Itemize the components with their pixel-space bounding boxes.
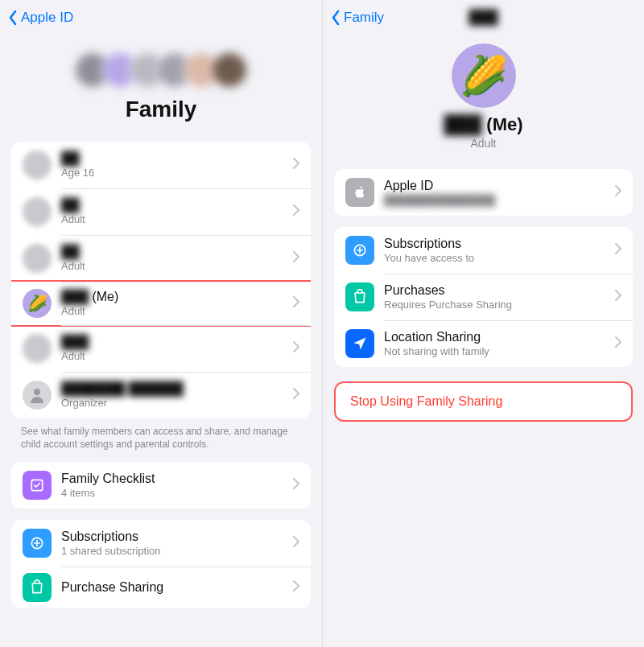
subscriptions-row[interactable]: Subscriptions 1 shared subscription bbox=[11, 520, 311, 567]
family-checklist-section: Family Checklist 4 items bbox=[11, 462, 311, 509]
subscriptions-icon bbox=[345, 236, 374, 265]
corn-icon: 🌽 bbox=[460, 53, 508, 99]
row-subtitle: 1 shared subscription bbox=[61, 545, 293, 557]
chevron-right-icon bbox=[293, 204, 299, 219]
member-name: ███ bbox=[444, 114, 481, 134]
chevron-right-icon bbox=[293, 388, 299, 402]
svg-point-0 bbox=[34, 389, 40, 395]
chevron-right-icon bbox=[293, 536, 299, 550]
row-subtitle: You have access to bbox=[384, 252, 615, 264]
apple-id-row[interactable]: Apple ID ███████████████ bbox=[334, 169, 633, 216]
member-detail-panel: Family ███ 🌽 ███ (Me) Adult Apple ID ███… bbox=[322, 0, 644, 647]
avatar: 🌽 bbox=[23, 289, 52, 318]
family-checklist-row[interactable]: Family Checklist 4 items bbox=[11, 462, 311, 509]
member-avatar: 🌽 bbox=[452, 43, 516, 108]
member-name: ██ bbox=[61, 245, 80, 258]
member-hero: 🌽 ███ (Me) Adult bbox=[323, 35, 644, 158]
member-role: Adult bbox=[61, 305, 293, 317]
page-title: Family bbox=[0, 97, 322, 122]
family-hero: Family bbox=[0, 35, 322, 130]
chevron-right-icon bbox=[293, 478, 299, 492]
chevron-right-icon bbox=[293, 296, 299, 311]
row-subtitle: 4 items bbox=[61, 487, 293, 499]
avatar bbox=[23, 334, 52, 363]
subscriptions-row[interactable]: Subscriptions You have access to bbox=[334, 227, 633, 274]
member-role: Adult bbox=[61, 213, 293, 225]
chevron-right-icon bbox=[615, 290, 621, 304]
nav-bar: Apple ID bbox=[0, 0, 322, 35]
chevron-right-icon bbox=[615, 243, 621, 258]
avatar bbox=[23, 197, 52, 226]
member-role: Adult bbox=[323, 137, 644, 150]
row-subtitle: Requires Purchase Sharing bbox=[384, 299, 615, 311]
row-title: Apple ID bbox=[384, 179, 615, 193]
family-list-panel: Apple ID Family ██ Age 16 ██ Adult bbox=[0, 0, 322, 647]
me-suffix: (Me) bbox=[481, 114, 522, 134]
member-role: Adult bbox=[61, 260, 293, 272]
subscriptions-icon bbox=[23, 529, 52, 558]
checklist-icon bbox=[23, 471, 52, 500]
member-name: ███████ ██████ bbox=[61, 381, 184, 395]
shared-services-section: Subscriptions 1 shared subscription Purc… bbox=[11, 520, 311, 608]
location-sharing-row[interactable]: Location Sharing Not sharing with family bbox=[334, 320, 633, 367]
chevron-right-icon bbox=[293, 580, 299, 595]
row-title: Subscriptions bbox=[384, 237, 615, 251]
family-avatar-row bbox=[0, 52, 322, 89]
section-footer-note: See what family members can access and s… bbox=[0, 418, 322, 451]
chevron-right-icon bbox=[293, 158, 299, 172]
me-suffix: (Me) bbox=[89, 290, 118, 303]
back-button[interactable]: Family bbox=[331, 10, 384, 26]
apple-logo-icon bbox=[345, 178, 374, 207]
back-label: Family bbox=[344, 10, 384, 26]
avatar bbox=[23, 244, 52, 273]
chevron-right-icon bbox=[293, 251, 299, 266]
stop-action-label: Stop Using Family Sharing bbox=[350, 394, 502, 408]
chevron-right-icon bbox=[615, 336, 621, 351]
family-member-row[interactable]: ███████ ██████ Organizer bbox=[11, 372, 311, 418]
row-title: Purchase Sharing bbox=[61, 580, 293, 595]
row-subtitle: Not sharing with family bbox=[384, 345, 615, 357]
family-member-row-me[interactable]: 🌽 ███ (Me) Adult bbox=[11, 280, 311, 327]
family-member-row[interactable]: ███ Adult bbox=[11, 325, 311, 372]
location-icon bbox=[345, 329, 374, 358]
purchases-row[interactable]: Purchases Requires Purchase Sharing bbox=[334, 274, 633, 320]
chevron-left-icon bbox=[331, 10, 341, 26]
back-button[interactable]: Apple ID bbox=[8, 10, 73, 26]
avatar bbox=[23, 150, 52, 179]
member-name: ███ bbox=[61, 290, 89, 303]
member-role: Age 16 bbox=[61, 167, 293, 179]
chevron-left-icon bbox=[8, 10, 18, 26]
member-name: ██ bbox=[61, 198, 80, 212]
stop-family-sharing-button[interactable]: Stop Using Family Sharing bbox=[334, 381, 633, 422]
apple-id-section: Apple ID ███████████████ bbox=[334, 169, 633, 216]
avatar-placeholder-icon bbox=[23, 381, 52, 410]
family-members-section: ██ Age 16 ██ Adult ██ Adult 🌽 ███ ( bbox=[11, 142, 311, 418]
purchase-sharing-icon bbox=[23, 573, 52, 602]
member-role: Organizer bbox=[61, 397, 293, 409]
nav-title: ███ bbox=[469, 10, 497, 26]
member-role: Adult bbox=[61, 350, 293, 362]
back-label: Apple ID bbox=[21, 10, 73, 26]
row-title: Family Checklist bbox=[61, 472, 293, 486]
chevron-right-icon bbox=[615, 185, 621, 200]
family-member-row[interactable]: ██ Adult bbox=[11, 235, 311, 282]
purchases-icon bbox=[345, 282, 374, 311]
chevron-right-icon bbox=[293, 341, 299, 356]
row-title: Location Sharing bbox=[384, 330, 615, 344]
family-member-row[interactable]: ██ Age 16 bbox=[11, 142, 311, 188]
apple-id-value: ███████████████ bbox=[384, 194, 495, 206]
purchase-sharing-row[interactable]: Purchase Sharing bbox=[11, 567, 311, 608]
member-name: ███ bbox=[61, 335, 89, 348]
nav-bar: Family ███ bbox=[323, 0, 644, 35]
family-member-row[interactable]: ██ Adult bbox=[11, 188, 311, 235]
row-title: Subscriptions bbox=[61, 530, 293, 544]
member-name: ██ bbox=[61, 151, 80, 165]
row-title: Purchases bbox=[384, 283, 615, 298]
member-services-section: Subscriptions You have access to Purchas… bbox=[334, 227, 633, 367]
